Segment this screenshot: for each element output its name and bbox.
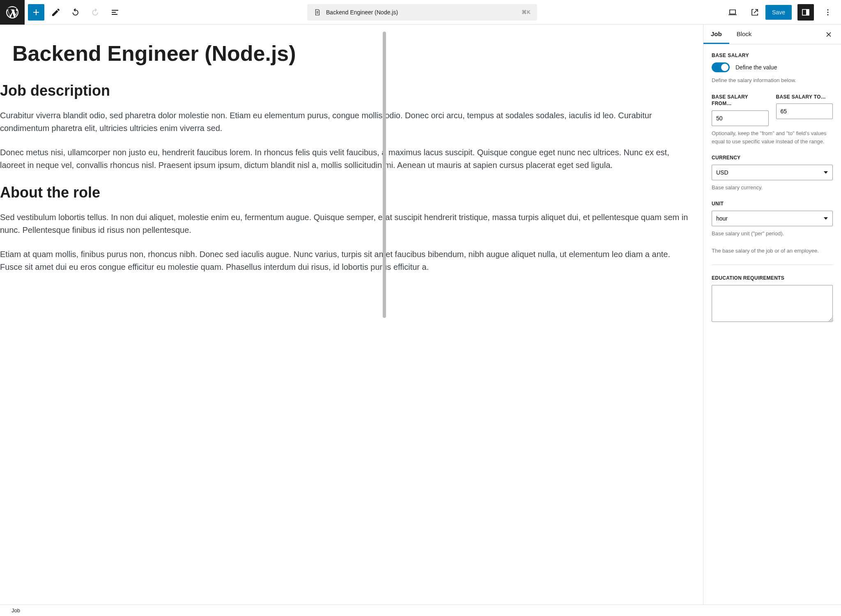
toggle-define-value[interactable] xyxy=(712,62,730,72)
close-icon xyxy=(825,30,833,39)
help-text: Define the salary information below. xyxy=(712,76,833,85)
options-button[interactable] xyxy=(820,4,836,21)
document-icon xyxy=(314,9,321,16)
editor-scrollbar[interactable] xyxy=(383,32,386,604)
laptop-icon xyxy=(728,7,738,17)
sidebar-icon xyxy=(801,7,811,17)
wordpress-icon xyxy=(5,5,20,20)
paragraph-block[interactable]: Etiam at quam mollis, finibus purus non,… xyxy=(0,248,691,274)
label-salary-from: BASE SALARY FROM… xyxy=(712,94,769,108)
heading-about-role[interactable]: About the role xyxy=(0,184,691,201)
svg-point-4 xyxy=(827,14,828,15)
redo-icon xyxy=(90,7,100,17)
help-text: Base salary currency. xyxy=(712,184,833,192)
redo-button[interactable] xyxy=(87,4,103,21)
kebab-icon xyxy=(823,7,833,17)
heading-job-description[interactable]: Job description xyxy=(0,82,691,99)
save-button[interactable]: Save xyxy=(765,5,792,20)
view-button[interactable] xyxy=(724,4,741,21)
tools-button[interactable] xyxy=(48,4,64,21)
input-salary-to[interactable] xyxy=(776,103,833,119)
paragraph-block[interactable]: Donec metus nisi, ullamcorper non justo … xyxy=(0,146,691,172)
paragraph-block[interactable]: Curabitur viverra blandit odio, sed phar… xyxy=(0,109,691,135)
document-title: Backend Engineer (Node.js) xyxy=(326,9,398,16)
svg-point-3 xyxy=(827,11,828,13)
svg-point-2 xyxy=(827,9,828,10)
help-text: Optionally, keep the "from" and "to" fie… xyxy=(712,129,833,145)
tab-block[interactable]: Block xyxy=(729,25,759,44)
undo-button[interactable] xyxy=(67,4,84,21)
help-text: Base salary unit ("per" period). xyxy=(712,230,833,238)
undo-icon xyxy=(71,7,80,17)
toggle-label: Define the value xyxy=(735,64,777,71)
paragraph-block[interactable]: Sed vestibulum lobortis tellus. In non d… xyxy=(0,211,691,237)
preview-external-button[interactable] xyxy=(747,4,763,21)
settings-sidebar: Job Block BASE SALARY Define the value D… xyxy=(703,25,841,605)
textarea-education-requirements[interactable] xyxy=(712,285,833,322)
label-salary-to: BASE SALARY TO… xyxy=(776,94,833,101)
pencil-icon xyxy=(51,7,61,17)
document-overview-button[interactable] xyxy=(107,4,123,21)
document-command-bar[interactable]: Backend Engineer (Node.js) ⌘K xyxy=(307,4,537,21)
label-education-requirements: EDUCATION REQUIREMENTS xyxy=(712,275,833,282)
select-currency[interactable]: USD xyxy=(712,165,833,180)
settings-sidebar-toggle[interactable] xyxy=(797,4,814,21)
plus-icon xyxy=(31,7,41,17)
section-base-salary: BASE SALARY xyxy=(712,53,833,58)
breadcrumb[interactable]: Job xyxy=(11,607,20,614)
close-sidebar-button[interactable] xyxy=(821,27,836,42)
label-currency: CURRENCY xyxy=(712,154,833,161)
add-block-button[interactable] xyxy=(28,4,44,21)
outline-icon xyxy=(110,7,120,17)
shortcut-hint: ⌘K xyxy=(522,9,531,15)
label-unit: UNIT xyxy=(712,200,833,207)
post-title[interactable]: Backend Engineer (Node.js) xyxy=(12,41,691,66)
wordpress-logo[interactable] xyxy=(0,0,25,25)
input-salary-from[interactable] xyxy=(712,110,769,126)
tab-job[interactable]: Job xyxy=(703,25,729,44)
help-text: The base salary of the job or of an empl… xyxy=(712,247,833,255)
svg-rect-1 xyxy=(806,9,809,15)
external-link-icon xyxy=(750,7,760,17)
select-unit[interactable]: hour xyxy=(712,211,833,226)
editor-canvas[interactable]: Backend Engineer (Node.js) Job descripti… xyxy=(0,25,703,605)
